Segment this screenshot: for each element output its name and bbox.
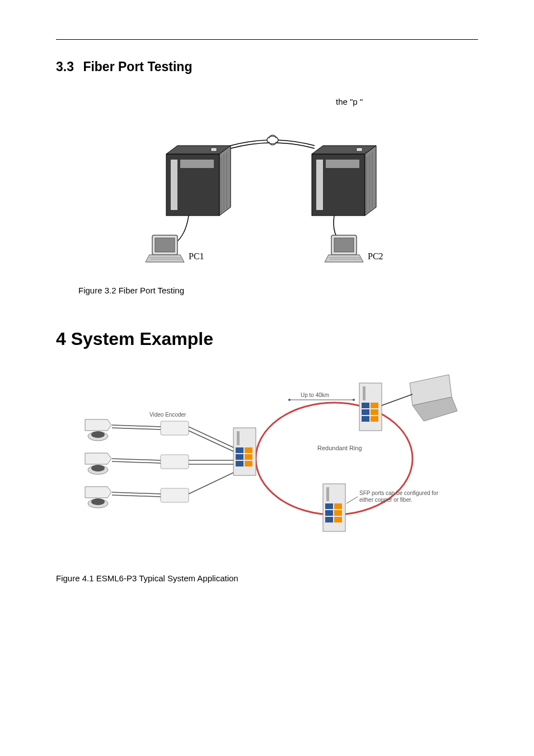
svg-rect-60	[245, 461, 252, 466]
switch-top-right-icon	[359, 383, 382, 431]
svg-rect-20	[155, 238, 175, 252]
svg-rect-18	[357, 148, 362, 151]
svg-line-72	[112, 459, 161, 460]
pc1-label: PC1	[189, 251, 204, 261]
laptop-icon	[410, 375, 457, 421]
sfp-note-line2: either copper or fiber.	[359, 497, 413, 503]
svg-rect-48	[325, 510, 333, 516]
svg-point-67	[91, 431, 105, 438]
svg-point-75	[91, 498, 105, 505]
figure-3-2-caption: Figure 3.2 Fiber Port Testing	[78, 286, 478, 295]
camera-1-icon	[85, 419, 111, 441]
svg-rect-51	[334, 517, 342, 522]
svg-rect-47	[334, 503, 342, 509]
svg-rect-58	[245, 454, 252, 460]
svg-line-68	[112, 425, 161, 427]
pc1-icon	[146, 235, 184, 262]
svg-line-65	[189, 473, 233, 494]
svg-rect-8	[180, 160, 214, 168]
industrial-switch-right-icon	[312, 146, 376, 216]
system-application-diagram: Redundant Ring Up to 40km	[77, 366, 457, 545]
svg-point-0	[267, 136, 278, 144]
section-number: 3.3	[56, 59, 74, 74]
redundant-ring-label: Redundant Ring	[317, 445, 362, 451]
svg-point-71	[91, 465, 105, 472]
encoder-3-icon	[161, 488, 189, 502]
figure-4-1-caption: Figure 4.1 ESML6-P3 Typical System Appli…	[56, 573, 478, 583]
chapter-number: 4	[56, 329, 66, 349]
svg-line-76	[112, 492, 161, 494]
camera-2-icon	[85, 453, 111, 474]
chapter-title: System Example	[71, 329, 213, 349]
svg-rect-9	[211, 148, 217, 151]
pc2-icon	[325, 235, 363, 262]
encoder-2-icon	[161, 455, 189, 469]
svg-line-62	[189, 431, 233, 451]
svg-line-77	[112, 495, 161, 497]
svg-line-73	[112, 461, 161, 463]
svg-rect-54	[237, 431, 240, 445]
svg-rect-50	[325, 517, 333, 522]
svg-rect-17	[326, 160, 359, 168]
pc2-label: PC2	[368, 251, 383, 261]
encoder-1-icon	[161, 421, 189, 435]
svg-rect-16	[316, 160, 323, 210]
svg-rect-36	[371, 403, 378, 408]
svg-rect-39	[362, 416, 369, 422]
svg-rect-55	[236, 447, 243, 453]
svg-marker-26	[325, 255, 363, 262]
svg-rect-46	[325, 503, 333, 509]
svg-rect-38	[371, 409, 378, 415]
svg-rect-57	[236, 454, 243, 460]
industrial-switch-left-icon	[166, 146, 231, 216]
svg-rect-35	[362, 403, 369, 408]
svg-point-31	[288, 399, 291, 401]
svg-rect-45	[326, 487, 329, 501]
section-heading-3-3: 3.3 Fiber Port Testing	[56, 59, 478, 74]
switch-bottom-icon	[323, 484, 345, 531]
svg-rect-34	[363, 386, 366, 400]
chapter-heading-4: 4 System Example	[56, 329, 478, 349]
svg-rect-37	[362, 409, 369, 415]
svg-line-52	[346, 497, 358, 503]
fiber-port-testing-diagram: PC1 PC2	[121, 123, 424, 274]
svg-rect-56	[245, 447, 252, 453]
svg-marker-21	[146, 255, 184, 262]
svg-rect-49	[334, 510, 342, 516]
svg-point-32	[353, 399, 355, 401]
body-text-fragment: the "p "	[336, 97, 478, 106]
svg-rect-25	[334, 238, 354, 252]
distance-label: Up to 40km	[301, 392, 329, 398]
svg-line-61	[189, 427, 233, 447]
figure-4-1: Redundant Ring Up to 40km	[56, 366, 478, 545]
section-title: Fiber Port Testing	[83, 59, 192, 74]
svg-rect-40	[371, 416, 378, 422]
header-rule	[56, 39, 478, 40]
switch-left-icon	[233, 428, 256, 475]
figure-3-2: PC1 PC2	[56, 123, 478, 274]
svg-rect-59	[236, 461, 243, 466]
sfp-note-line1: SFP ports can be configured for	[359, 490, 439, 496]
svg-line-69	[112, 428, 161, 430]
svg-rect-7	[171, 160, 177, 210]
video-encoder-label: Video Encoder	[149, 412, 186, 418]
svg-line-43	[382, 394, 413, 405]
camera-3-icon	[85, 487, 111, 508]
